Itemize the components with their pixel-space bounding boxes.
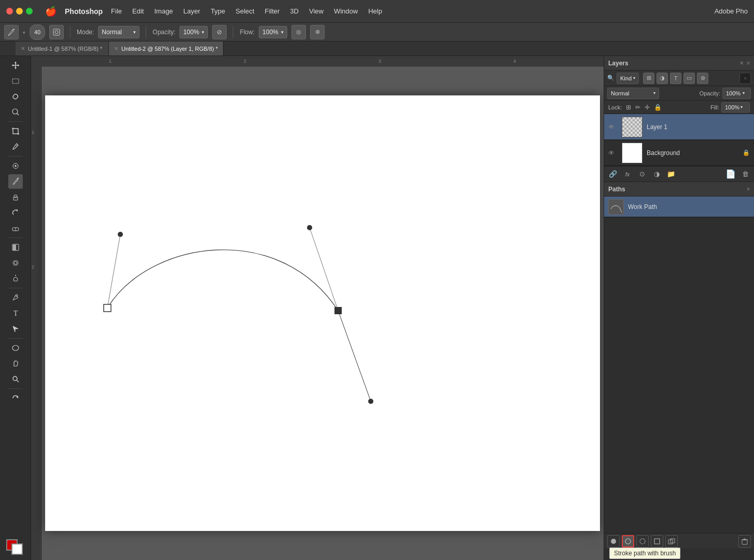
layer-visibility-background[interactable]: 👁: [608, 149, 618, 157]
tab-untitled-1[interactable]: ✕ Untitled-1 @ 587% (RGB/8) *: [16, 41, 109, 55]
menu-filter[interactable]: Filter: [264, 7, 280, 15]
filter-shape-icon[interactable]: ▭: [683, 73, 695, 84]
load-path-selection-btn[interactable]: [636, 535, 649, 548]
brush-tool-icon[interactable]: [4, 25, 19, 39]
delete-path-btn[interactable]: [738, 535, 751, 548]
menu-3d[interactable]: 3D: [290, 7, 299, 15]
minimize-button[interactable]: [16, 8, 23, 15]
marquee-tool[interactable]: [8, 74, 23, 88]
svg-line-11: [17, 178, 19, 179]
filter-toggle[interactable]: ○: [739, 73, 751, 84]
dodge-tool[interactable]: [8, 271, 23, 286]
layer-row-background[interactable]: 👁 Background 🔒: [604, 140, 754, 166]
fill-label: Fill:: [710, 104, 719, 110]
left-toolbar: T: [0, 56, 31, 560]
paths-menu-icon[interactable]: ≡: [747, 186, 750, 192]
filter-pixel-icon[interactable]: ⊞: [643, 73, 654, 84]
canvas-bg: [41, 66, 604, 560]
lock-position-icon[interactable]: ✛: [645, 104, 650, 111]
menu-type[interactable]: Type: [211, 7, 225, 15]
type-tool[interactable]: T: [8, 306, 23, 320]
hand-tool[interactable]: [8, 356, 23, 371]
menu-help[interactable]: Help: [368, 7, 382, 15]
airbrush-icon[interactable]: ⊘: [212, 25, 227, 39]
eyedropper-tool[interactable]: [8, 139, 23, 154]
move-tool[interactable]: [8, 58, 23, 73]
path-row-workpath[interactable]: Work Path: [604, 197, 754, 217]
layers-panel-title: Layers: [608, 60, 629, 67]
flow-input[interactable]: 100% ▾: [259, 26, 287, 38]
background-color[interactable]: [11, 543, 23, 555]
layers-menu-icon[interactable]: ≡: [747, 60, 750, 66]
filter-kind-dropdown[interactable]: Kind ▾: [617, 73, 639, 84]
opacity-input[interactable]: 100% ▾: [722, 88, 751, 99]
layer-visibility-layer1[interactable]: 👁: [608, 123, 618, 131]
healing-tool[interactable]: [8, 159, 23, 173]
add-layer-icon[interactable]: 📄: [725, 169, 736, 180]
svg-rect-1: [53, 29, 60, 35]
group-layer-icon[interactable]: 📁: [665, 169, 677, 180]
svg-line-37: [310, 228, 338, 311]
flow-label: Flow:: [240, 29, 255, 36]
add-mask-path-btn[interactable]: [665, 535, 678, 548]
path-selection-tool[interactable]: [8, 321, 23, 336]
lock-transparent-icon[interactable]: ⊞: [626, 104, 631, 111]
layers-close-icon[interactable]: ✕: [739, 60, 744, 66]
stroke-path-btn[interactable]: [622, 535, 634, 548]
menu-edit[interactable]: Edit: [132, 7, 144, 15]
blur-tool[interactable]: [8, 256, 23, 270]
add-link-icon[interactable]: 🔗: [607, 169, 619, 180]
main-area: T: [0, 56, 754, 560]
tool-divider-4: [8, 288, 23, 288]
quick-select-tool[interactable]: [8, 105, 23, 119]
fill-tool[interactable]: [8, 240, 23, 255]
menu-select[interactable]: Select: [235, 7, 254, 15]
shape-tool[interactable]: [8, 341, 23, 355]
close-button[interactable]: [6, 8, 13, 15]
app-name: Photoshop: [65, 7, 103, 16]
fill-path-btn[interactable]: [607, 535, 620, 548]
eraser-tool[interactable]: [8, 221, 23, 235]
pressure-icon[interactable]: ⊛: [310, 25, 325, 39]
mode-dropdown[interactable]: Normal ▾: [98, 26, 139, 38]
brush-tool[interactable]: [8, 174, 23, 189]
tab-untitled-2[interactable]: ✕ Untitled-2 @ 587% (Layer 1, RGB/8) *: [109, 41, 224, 55]
blend-mode-dropdown[interactable]: Normal ▾: [607, 88, 659, 99]
lock-pixels-icon[interactable]: ✏: [635, 104, 640, 111]
svg-rect-52: [654, 539, 660, 544]
rotate-tool[interactable]: [8, 391, 23, 405]
smoothing-icon[interactable]: ◎: [291, 25, 306, 39]
opacity-input[interactable]: 100% ▾: [179, 26, 208, 38]
svg-point-40: [307, 225, 312, 230]
maximize-button[interactable]: [26, 8, 33, 15]
adjustment-layer-icon[interactable]: ◑: [651, 169, 662, 180]
menu-image[interactable]: Image: [154, 7, 173, 15]
menu-layer[interactable]: Layer: [184, 7, 201, 15]
zoom-tool[interactable]: [8, 372, 23, 386]
brush-settings-icon[interactable]: [49, 25, 64, 39]
add-mask-icon[interactable]: ⊙: [636, 169, 648, 180]
filter-adjustment-icon[interactable]: ◑: [657, 73, 668, 84]
menu-view[interactable]: View: [309, 7, 324, 15]
tool-divider-6: [8, 388, 23, 389]
tab-close-2[interactable]: ✕: [114, 46, 118, 51]
layer-row-layer1[interactable]: 👁: [604, 114, 754, 140]
tab-close-1[interactable]: ✕: [21, 46, 25, 51]
fx-icon[interactable]: fx: [622, 169, 633, 180]
fill-input[interactable]: 100% ▾: [721, 102, 750, 113]
path-name-workpath: Work Path: [628, 203, 750, 211]
lasso-tool[interactable]: [8, 89, 23, 104]
menu-window[interactable]: Window: [334, 7, 358, 15]
brush-size-display[interactable]: 40: [30, 24, 45, 40]
menu-file[interactable]: File: [111, 7, 122, 15]
filter-type-icon[interactable]: T: [670, 73, 681, 84]
crop-tool[interactable]: [8, 124, 23, 138]
lock-all-icon[interactable]: 🔒: [654, 104, 662, 111]
delete-layer-icon[interactable]: 🗑: [739, 169, 751, 180]
filter-smart-icon[interactable]: ⊛: [697, 73, 708, 84]
stamp-tool[interactable]: [8, 190, 23, 204]
make-work-path-btn[interactable]: [651, 535, 663, 548]
history-brush-tool[interactable]: [8, 205, 23, 220]
opacity-row: Opacity: 100% ▾: [700, 88, 751, 99]
pen-tool[interactable]: [8, 290, 23, 305]
